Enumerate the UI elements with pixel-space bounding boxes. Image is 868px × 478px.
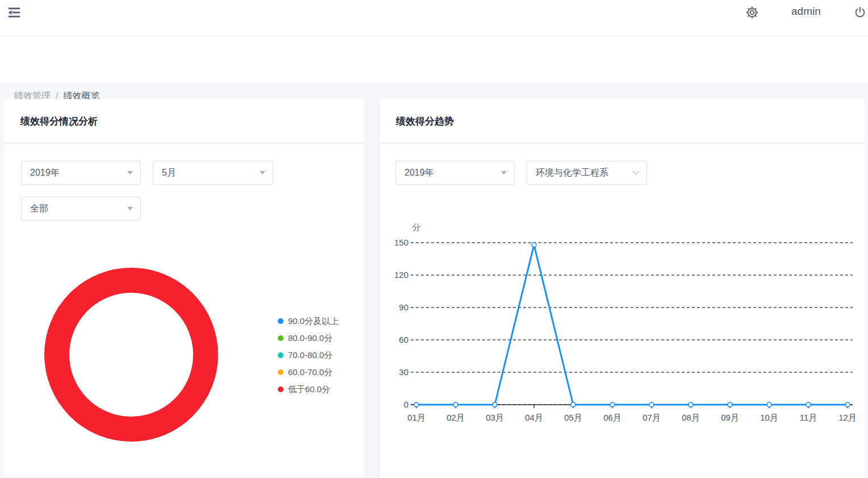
department-select-value: 环境与化学工程系 (536, 167, 608, 179)
y-axis-tick-label: 0 (404, 400, 408, 409)
collapse-menu-icon (7, 6, 22, 19)
x-axis-tick-label: 10月 (760, 413, 778, 422)
trend-year-select-value: 2019年 (404, 167, 434, 179)
data-point-marker[interactable] (845, 402, 850, 407)
legend-dot (278, 369, 283, 375)
x-axis-tick-label: 02月 (446, 413, 465, 422)
legend-label: 80.0-90.0分 (288, 333, 332, 344)
x-axis-tick-label: 03月 (486, 413, 504, 422)
settings-button[interactable] (746, 6, 758, 19)
score-analysis-panel: 绩效得分情况分析 2019年 5月 全部 90.0分及以上80.0-90.0分7… (5, 99, 364, 476)
data-point-marker[interactable] (414, 402, 419, 407)
x-axis-tick-label: 09月 (721, 413, 739, 422)
power-icon (854, 6, 866, 19)
trend-line (416, 245, 848, 405)
x-axis-tick-label: 04月 (525, 413, 543, 422)
donut-chart[interactable] (5, 99, 364, 476)
legend-dot (278, 386, 283, 392)
legend-label: 90.0分及以上 (288, 316, 339, 327)
donut-legend: 90.0分及以上80.0-90.0分70.0-80.0分60.0-70.0分低于… (278, 313, 339, 398)
gear-icon (746, 6, 758, 19)
scope-select[interactable]: 全部 (21, 197, 141, 221)
data-point-marker[interactable] (728, 402, 732, 407)
data-point-marker[interactable] (649, 402, 654, 407)
legend-item[interactable]: 70.0-80.0分 (278, 347, 339, 364)
y-axis-tick-label: 60 (399, 335, 408, 344)
x-axis-tick-label: 05月 (564, 413, 582, 422)
x-axis-tick-label: 12月 (838, 413, 857, 422)
y-axis-tick-label: 120 (394, 270, 408, 280)
legend-item[interactable]: 90.0分及以上 (278, 313, 339, 330)
chevron-down-icon (127, 171, 133, 174)
breadcrumb-bar: 绩效管理/绩效概览 (0, 36, 868, 82)
score-trend-panel: 绩效得分趋势 分030609012015001月02月03月04月05月06月0… (380, 99, 865, 478)
month-select[interactable]: 5月 (153, 161, 273, 185)
donut-slice-below-60[interactable] (57, 280, 206, 429)
legend-dot (278, 318, 283, 324)
data-point-marker[interactable] (532, 243, 536, 247)
chevron-down-icon (260, 171, 265, 174)
x-axis-tick-label: 08月 (682, 413, 700, 422)
chevron-down-icon (501, 171, 507, 174)
legend-label: 低于60.0分 (288, 384, 330, 395)
logout-button[interactable] (854, 6, 866, 19)
y-axis-unit: 分 (412, 222, 421, 232)
data-point-marker[interactable] (688, 402, 693, 407)
app-root: admin 绩效管理/绩效概览 绩效得分情况分析 2019年 (0, 0, 868, 478)
legend-dot (278, 335, 283, 341)
scope-select-value: 全部 (30, 203, 48, 215)
x-axis-tick-label: 06月 (603, 413, 621, 422)
legend-label: 60.0-70.0分 (288, 367, 332, 378)
collapse-menu-button[interactable] (6, 5, 23, 21)
year-select[interactable]: 2019年 (21, 161, 141, 185)
legend-item[interactable]: 60.0-70.0分 (278, 364, 339, 381)
data-point-marker[interactable] (493, 402, 497, 407)
department-select[interactable]: 环境与化学工程系 (527, 161, 647, 185)
y-axis-tick-label: 90 (399, 302, 408, 312)
data-point-marker[interactable] (610, 402, 615, 407)
data-point-marker[interactable] (571, 402, 575, 407)
y-axis-tick-label: 150 (394, 238, 408, 247)
chevron-down-icon (127, 207, 133, 210)
legend-dot (278, 352, 283, 358)
legend-item[interactable]: 低于60.0分 (278, 381, 339, 398)
username[interactable]: admin (791, 5, 821, 18)
trend-line-chart[interactable]: 分030609012015001月02月03月04月05月06月07月08月09… (380, 99, 865, 451)
data-point-marker[interactable] (767, 402, 771, 407)
legend-label: 70.0-80.0分 (288, 350, 332, 361)
year-select-value: 2019年 (30, 167, 60, 179)
x-axis-tick-label: 07月 (642, 413, 661, 422)
x-axis-tick-label: 11月 (800, 413, 817, 422)
data-point-marker[interactable] (806, 402, 811, 407)
legend-item[interactable]: 80.0-90.0分 (278, 330, 339, 347)
trend-year-select[interactable]: 2019年 (395, 161, 515, 185)
chevron-down-icon (632, 171, 639, 175)
data-point-marker[interactable] (453, 402, 458, 407)
y-axis-tick-label: 30 (399, 367, 408, 377)
top-header: admin (0, 0, 868, 36)
month-select-value: 5月 (162, 167, 176, 179)
x-axis-tick-label: 01月 (407, 413, 425, 422)
